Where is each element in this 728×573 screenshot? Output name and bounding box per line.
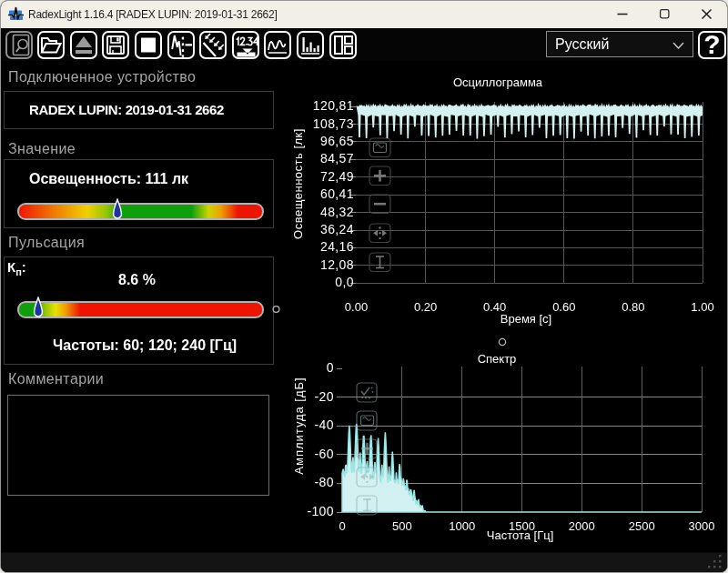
svg-text:0.80: 0.80	[622, 300, 644, 314]
svg-text:2500: 2500	[629, 519, 655, 533]
svg-text:0.20: 0.20	[414, 300, 437, 314]
svg-text:-20: -20	[315, 389, 334, 404]
svg-text:1.00: 1.00	[691, 300, 713, 314]
svg-text:-80: -80	[315, 475, 334, 489]
svg-text:500: 500	[392, 519, 412, 533]
svg-text:-60: -60	[315, 447, 334, 461]
svg-text:Осциллограмма: Осциллограмма	[453, 75, 543, 89]
svg-text:120,81: 120,81	[313, 98, 354, 113]
svg-text:Частота [Гц]: Частота [Гц]	[487, 528, 554, 542]
svg-text:-100: -100	[307, 504, 334, 518]
svg-text:0: 0	[327, 360, 334, 375]
svg-text:96,65: 96,65	[320, 134, 354, 148]
svg-text:84,57: 84,57	[320, 151, 354, 166]
svg-text:0: 0	[339, 519, 345, 533]
svg-text:1000: 1000	[449, 519, 475, 533]
svg-text:0.00: 0.00	[345, 300, 368, 314]
svg-text:Амплитуда [дБ]: Амплитуда [дБ]	[292, 377, 306, 474]
svg-text:3000: 3000	[689, 519, 715, 533]
svg-text:24,16: 24,16	[320, 239, 354, 254]
svg-text:72,49: 72,49	[320, 169, 354, 184]
svg-text:Время [с]: Время [с]	[500, 312, 551, 326]
svg-text:0,0: 0,0	[335, 275, 354, 289]
svg-text:36,24: 36,24	[320, 222, 354, 236]
svg-text:2000: 2000	[569, 519, 595, 533]
svg-text:60,41: 60,41	[320, 186, 354, 201]
svg-text:12,08: 12,08	[320, 257, 354, 272]
svg-text:0.60: 0.60	[552, 300, 575, 314]
svg-text:Освещенность [лк]: Освещенность [лк]	[291, 128, 305, 239]
svg-text:-40: -40	[315, 417, 334, 432]
svg-text:48,32: 48,32	[320, 205, 354, 219]
svg-text:Спектр: Спектр	[478, 352, 517, 366]
svg-text:108,73: 108,73	[313, 116, 354, 131]
